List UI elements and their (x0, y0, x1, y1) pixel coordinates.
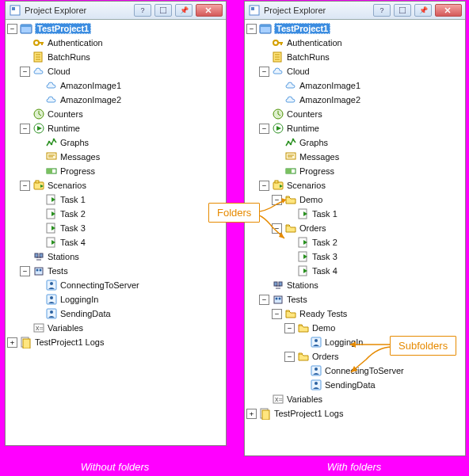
tree-node-label: SendingData (60, 309, 111, 318)
tree-node[interactable]: Counters (246, 107, 465, 121)
tree-node[interactable]: −Scenarios (246, 178, 465, 192)
collapse-toggle[interactable]: − (20, 124, 30, 134)
collapse-toggle[interactable]: − (259, 124, 269, 134)
tree-node[interactable]: Authentication (246, 36, 465, 50)
svg-point-105 (315, 382, 318, 385)
svg-rect-83 (275, 181, 278, 183)
tree-node[interactable]: −Cloud (7, 64, 226, 78)
person-icon (45, 279, 58, 291)
close-button[interactable] (196, 4, 223, 17)
restore-button[interactable] (154, 4, 172, 17)
pin-button[interactable]: 📌 (175, 4, 193, 17)
tree-node[interactable]: SendingData (7, 307, 226, 321)
tree-node[interactable]: Task 3 (246, 249, 465, 264)
folder-icon (297, 322, 310, 334)
svg-rect-42 (35, 268, 43, 275)
tests-icon (272, 293, 284, 306)
tree-node[interactable]: +TestProject1 Logs (7, 335, 226, 349)
tree-node[interactable]: SendingData (246, 378, 465, 392)
svg-rect-1 (12, 7, 15, 10)
collapse-toggle[interactable]: − (284, 352, 295, 362)
tree-node[interactable]: BatchRuns (246, 50, 465, 64)
collapse-toggle[interactable]: − (20, 266, 30, 276)
msg-icon (284, 150, 297, 163)
tree-node[interactable]: Task 4 (7, 235, 226, 249)
tree-node[interactable]: Messages (7, 150, 226, 164)
pin-button[interactable]: 📌 (414, 4, 432, 17)
tree-node[interactable]: Messages (246, 150, 465, 164)
tree-node[interactable]: −Tests (246, 292, 465, 307)
collapse-toggle[interactable]: − (259, 295, 269, 305)
svg-rect-6 (21, 25, 32, 27)
key-icon (32, 36, 45, 49)
folder-icon (284, 222, 297, 234)
tree-node[interactable]: −Demo (246, 192, 465, 207)
tree-node[interactable]: Counters (7, 107, 226, 121)
tree-node[interactable]: −Orders (246, 221, 465, 235)
tree-node[interactable]: Task 2 (7, 207, 226, 221)
tree-node[interactable]: ConnectingToServer (7, 278, 226, 292)
tree-node[interactable]: AmazonImage2 (246, 93, 465, 107)
tree-node[interactable]: BatchRuns (7, 50, 226, 64)
tree-node[interactable]: Graphs (7, 135, 226, 150)
expand-toggle[interactable]: + (7, 337, 17, 348)
tree-node[interactable]: LoggingIn (7, 292, 226, 307)
tree-node[interactable]: Task 2 (246, 235, 465, 249)
task-icon (45, 208, 58, 220)
svg-text:x=: x= (275, 395, 283, 403)
tree-right[interactable]: −TestProject1AuthenticationBatchRuns−Clo… (245, 20, 465, 458)
close-button[interactable] (435, 4, 462, 17)
tree-node[interactable]: −TestProject1 (246, 21, 465, 36)
tree-node[interactable]: −Demo (246, 321, 465, 335)
scenario-icon (32, 179, 45, 192)
tree-node[interactable]: Stations (7, 249, 226, 264)
cloud-icon (284, 93, 297, 106)
tree-node[interactable]: ConnectingToServer (246, 364, 465, 378)
tree-left[interactable]: −TestProject1AuthenticationBatchRuns−Clo… (6, 20, 226, 447)
logs-icon (259, 407, 272, 420)
tree-node[interactable]: Task 1 (7, 192, 226, 207)
tree-node[interactable]: −Runtime (7, 121, 226, 135)
restore-button[interactable] (394, 4, 411, 17)
tree-node[interactable]: Progress (246, 164, 465, 178)
collapse-toggle[interactable]: − (272, 309, 282, 319)
tree-node[interactable]: Task 4 (246, 264, 465, 278)
window-title: Project Explorer (264, 6, 370, 15)
tree-node[interactable]: −Ready Tests (246, 307, 465, 321)
tree-node[interactable]: −TestProject1 (7, 21, 226, 36)
tree-node[interactable]: −Cloud (246, 64, 465, 78)
tree-node-label: BatchRuns (287, 52, 330, 62)
tree-node[interactable]: Stations (246, 278, 465, 292)
tree-node[interactable]: AmazonImage1 (246, 78, 465, 93)
tree-node[interactable]: −Scenarios (7, 178, 226, 192)
tree-node[interactable]: −Tests (7, 264, 226, 278)
tree-node[interactable]: −Runtime (246, 121, 465, 135)
svg-point-46 (50, 282, 53, 285)
tree-node-label: Authentication (48, 38, 103, 48)
collapse-toggle[interactable]: − (20, 181, 30, 191)
collapse-toggle[interactable]: − (284, 323, 295, 333)
collapse-toggle[interactable]: − (7, 24, 17, 34)
tree-node[interactable]: Authentication (7, 36, 226, 50)
expand-toggle[interactable]: + (246, 409, 257, 419)
help-button[interactable]: ? (134, 4, 151, 17)
svg-rect-94 (279, 282, 282, 286)
tree-node[interactable]: Task 1 (246, 207, 465, 221)
collapse-toggle[interactable]: − (259, 67, 269, 77)
tree-node[interactable]: +TestProject1 Logs (246, 406, 465, 421)
collapse-toggle[interactable]: − (259, 181, 269, 191)
tree-node[interactable]: AmazonImage1 (7, 78, 226, 93)
svg-point-50 (50, 310, 53, 314)
tree-node[interactable]: Task 3 (7, 221, 226, 235)
tree-node[interactable]: Graphs (246, 135, 465, 150)
tree-node[interactable]: x=Variables (7, 321, 226, 335)
tree-node[interactable]: Progress (7, 164, 226, 178)
help-button[interactable]: ? (373, 4, 391, 17)
collapse-toggle[interactable]: − (246, 24, 257, 34)
collapse-toggle[interactable]: − (20, 67, 30, 77)
tree-node[interactable]: AmazonImage2 (7, 93, 226, 107)
collapse-toggle[interactable]: − (272, 223, 282, 234)
tree-node[interactable]: x=Variables (246, 392, 465, 406)
svg-point-75 (290, 143, 292, 146)
collapse-toggle[interactable]: − (272, 195, 282, 205)
